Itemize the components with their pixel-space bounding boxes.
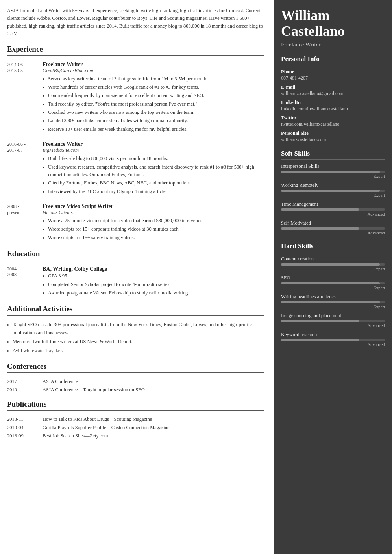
exp-bullet: Landed 300+ backlinks from external site… [48,117,264,125]
exp-dates: 2014-06 - 2015-05 [7,61,43,134]
soft-skill-item: Time ManagementAdvanced [281,201,385,216]
skill-name: Content creation [281,256,385,262]
hard-skill-item: SEOExpert [281,275,385,290]
exp-bullets: Served as key writer in a team of 3 that… [43,75,264,134]
exp-bullet: Receive 10+ user emails per week thankin… [48,126,264,133]
name-block: William Castellano Freelance Writer [281,8,385,48]
exp-title: Freelance Writer [43,141,264,147]
linkedin-value: linkedin.com/in/williamxcastellano [281,106,385,112]
personal-site-value: williamxcastellano.com [281,137,385,143]
personal-info-title: Personal Info [281,55,385,65]
job-title: Freelance Writer [281,41,385,48]
twitter-label: Twitter [281,115,385,121]
exp-dates: 2016-06 - 2017-07 [7,141,43,196]
skill-name: Image sourcing and placement [281,313,385,319]
edu-title: BA, Writing, Colby College [43,266,264,272]
skill-level: Expert [281,193,385,197]
hard-skills-title: Hard Skills [281,242,385,252]
pub-date: 2018-11 [7,416,43,422]
publications-section-title: Publications [7,400,264,411]
phone-value: 607-481-4207 [281,75,385,81]
activities-list: Taught SEO class to 30+ professional jou… [7,321,264,355]
skill-bar-bg [281,282,385,284]
publications-list: 2018-11How to Talk to Kids About Drugs—S… [7,416,264,439]
linkedin-block: LinkedIn linkedin.com/in/williamxcastell… [281,100,385,112]
skill-bar-fill [281,282,380,284]
phone-label: Phone [281,69,385,75]
skill-bar-bg [281,263,385,266]
skill-bar-fill [281,320,359,322]
skill-bar-bg [281,171,385,173]
exp-company: BigMediaSite.com [43,147,264,153]
skill-name: Self-Motivated [281,220,385,226]
skill-bar-bg [281,208,385,211]
edu-dates: 2004 - 2008 [7,266,43,297]
skill-bar-fill [281,263,380,266]
skill-name: Writing headlines and ledes [281,294,385,300]
email-label: E-mail [281,84,385,90]
skill-bar-bg [281,301,385,303]
publication-item: 2018-11How to Talk to Kids About Drugs—S… [7,416,264,422]
skill-level: Advanced [281,323,385,328]
exp-title: Freelance Video Script Writer [43,203,264,210]
right-column: William Castellano Freelance Writer Pers… [274,0,392,554]
skill-bar-fill [281,190,380,192]
exp-bullet: Used keyword research, competitive analy… [48,164,264,179]
activity-item: Taught SEO class to 30+ professional jou… [13,321,264,336]
twitter-value: twitter.com/williamxcastellano [281,121,385,127]
publication-item: 2018-09Best Job Search Sites—Zety.com [7,433,264,439]
edu-bullet: Completed Senior Scholar project to writ… [48,281,264,288]
summary-text: ASJA Journalist and Writer with 5+ years… [7,7,264,38]
twitter-block: Twitter twitter.com/williamxcastellano [281,115,385,127]
exp-bullet: Cited by Fortune, Forbes, BBC News, ABC,… [48,179,264,187]
hard-skill-item: Content creationExpert [281,256,385,271]
exp-bullet: Commended frequently by management for e… [48,92,264,99]
exp-company: Various Clients [43,210,264,216]
experience-item: 2008 - presentFreelance Video Script Wri… [7,203,264,242]
conference-name: ASJA Conference—Taught popular session o… [43,387,145,393]
exp-company: GreatBigCareerBlog.com [43,68,264,74]
conference-item: 2019ASJA Conference—Taught popular sessi… [7,387,264,393]
experience-item: 2016-06 - 2017-07Freelance WriterBigMedi… [7,141,264,196]
skill-name: SEO [281,275,385,281]
linkedin-label: LinkedIn [281,100,385,106]
email-value: william.x.castellano@gmail.com [281,91,385,97]
hard-skill-item: Writing headlines and ledesExpert [281,294,385,309]
education-item: 2004 - 2008BA, Writing, Colby CollegeGPA… [7,266,264,297]
skill-bar-bg [281,190,385,192]
exp-bullet: Built lifestyle blog to 800,000 visits p… [48,155,264,162]
skill-bar-fill [281,227,359,230]
phone-block: Phone 607-481-4207 [281,69,385,81]
personal-site-label: Personal Site [281,130,385,136]
experience-list: 2014-06 - 2015-05Freelance WriterGreatBi… [7,61,264,243]
edu-bullet: Awarded postgraduate Watson Fellowship t… [48,289,264,297]
skill-level: Expert [281,285,385,290]
skill-level: Advanced [281,231,385,235]
exp-title: Freelance Writer [43,61,264,68]
education-list: 2004 - 2008BA, Writing, Colby CollegeGPA… [7,266,264,297]
exp-bullets: Built lifestyle blog to 800,000 visits p… [43,155,264,195]
soft-skill-item: Interpersonal SkillsExpert [281,164,385,178]
skill-name: Interpersonal Skills [281,164,385,169]
exp-bullet: Interviewed by the BBC about my Olympic … [48,188,264,195]
skill-level: Expert [281,174,385,178]
skill-level: Advanced [281,342,385,347]
conference-name: ASJA Conference [43,379,78,385]
skill-name: Working Remotely [281,182,385,188]
left-column: ASJA Journalist and Writer with 5+ years… [0,0,274,554]
exp-bullet: Wrote scripts for 15+ safety training vi… [48,234,264,242]
edu-bullets: GPA 3.95Completed Senior Scholar project… [43,272,264,297]
skill-bar-bg [281,227,385,230]
conference-year: 2017 [7,379,43,385]
conferences-section-title: Conferences [7,362,264,373]
skill-level: Expert [281,266,385,271]
pub-title: How to Talk to Kids About Drugs—Scouting… [43,416,152,422]
skill-bar-bg [281,320,385,322]
email-block: E-mail william.x.castellano@gmail.com [281,84,385,97]
soft-skills-list: Interpersonal SkillsExpertWorking Remote… [281,164,385,235]
exp-bullet: Wrote scripts for 15+ corporate training… [48,225,264,233]
soft-skill-item: Self-MotivatedAdvanced [281,220,385,235]
education-section-title: Education [7,249,264,260]
experience-item: 2014-06 - 2015-05Freelance WriterGreatBi… [7,61,264,134]
activity-item: Mentored two full-time writers at US New… [13,338,264,346]
